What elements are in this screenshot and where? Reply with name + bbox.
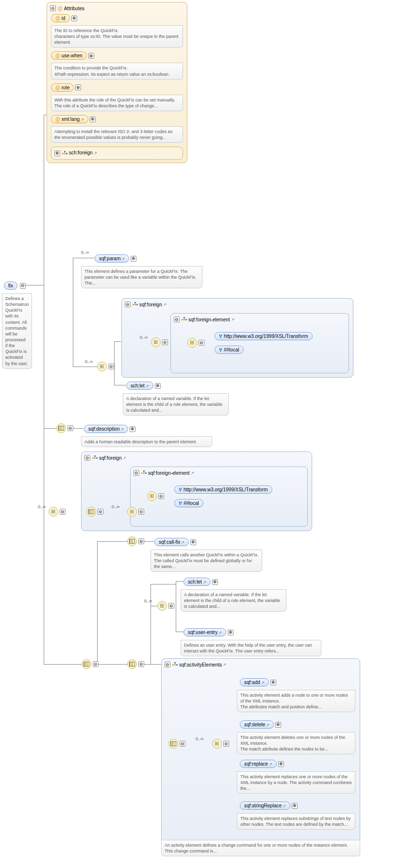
sqf-string-replace[interactable]: sqf:stringReplace↗: [240, 801, 290, 810]
choice-icon[interactable]: [127, 507, 137, 517]
stringreplace-desc: This activity element replaces substring…: [237, 813, 355, 830]
callfix-desc: This element calls another QuickFix with…: [150, 550, 262, 572]
usewhen-desc: The condition to provide the QuickFix. X…: [51, 63, 183, 79]
sqf-param[interactable]: sqf:param↗: [95, 254, 129, 263]
expand-icon[interactable]: ⊕: [130, 426, 135, 432]
choice-icon[interactable]: [157, 601, 167, 611]
xsl-transform[interactable]: ∀http://www.w3.org/1999/XSL/Transform: [215, 332, 313, 340]
role-desc: With this attribute the role of the Quic…: [51, 95, 183, 111]
userentry-desc: Defines an user entry. With the help of …: [181, 640, 321, 656]
choice-icon[interactable]: [151, 337, 161, 347]
replace-desc: This activity element replaces one or mo…: [237, 771, 355, 794]
expand-icon[interactable]: ⊕: [71, 16, 77, 21]
collapse-icon[interactable]: ⊖: [138, 661, 144, 667]
collapse-icon[interactable]: ⊖: [20, 283, 26, 289]
xsl-transform[interactable]: ∀http://www.w3.org/1999/XSL/Transform: [174, 485, 272, 494]
sqf-foreign-label: sqf:foreign: [99, 455, 122, 461]
group-icon: [141, 470, 146, 475]
sequence-icon[interactable]: [168, 739, 178, 749]
group-icon: [172, 662, 177, 667]
expand-icon[interactable]: ⊕: [75, 84, 81, 90]
sqf-foreign-label: sqf:foreign: [139, 302, 162, 307]
expand-icon[interactable]: ⊕: [275, 722, 281, 728]
collapse-icon[interactable]: ⊖: [165, 662, 170, 668]
choice-icon[interactable]: [212, 739, 222, 749]
expand-icon[interactable]: ⊕: [190, 539, 196, 545]
sqf-user-entry[interactable]: sqf:user-entry↗: [183, 628, 226, 636]
occurrence: 0..∞: [144, 599, 152, 603]
param-desc: This element defines a parameter for a Q…: [81, 266, 202, 288]
collapse-icon[interactable]: ⊖: [138, 509, 144, 515]
delete-desc: This activity element deletes one or mor…: [237, 732, 355, 754]
collapse-icon[interactable]: ⊖: [223, 741, 229, 747]
attr-id[interactable]: @id: [51, 14, 70, 22]
collapse-icon[interactable]: ⊖: [60, 509, 66, 515]
expand-icon[interactable]: ⊕: [54, 150, 60, 156]
collapse-icon[interactable]: ⊖: [168, 603, 174, 609]
attrs-title: Attributes: [64, 6, 84, 11]
sqf-call-fix[interactable]: sqf:call-fix↗: [154, 538, 189, 546]
sch-foreign[interactable]: sch:foreign: [69, 150, 93, 155]
fix-node[interactable]: fix: [4, 282, 17, 290]
add-desc: This activity element adds a node to one…: [237, 690, 355, 712]
expand-icon[interactable]: ⊕: [155, 383, 161, 389]
expand-icon[interactable]: ⊕: [131, 256, 136, 262]
collapse-icon[interactable]: ⊖: [199, 340, 204, 346]
collapse-icon[interactable]: ⊖: [180, 741, 185, 747]
sequence-icon[interactable]: [86, 507, 96, 517]
local[interactable]: ∀##local: [174, 499, 203, 507]
at-icon: @: [58, 6, 63, 11]
expand-icon[interactable]: ⊕: [90, 117, 96, 122]
group-icon: [182, 317, 186, 322]
attr-use-when[interactable]: @use-when: [51, 51, 87, 60]
expand-icon[interactable]: ⊕: [278, 761, 284, 767]
collapse-icon[interactable]: ⊖: [50, 5, 56, 11]
collapse-icon[interactable]: ⊖: [158, 493, 164, 499]
collapse-icon[interactable]: ⊖: [93, 661, 99, 667]
local[interactable]: ∀##local: [215, 346, 244, 354]
attr-xml-lang[interactable]: @xml:lang↗: [51, 115, 88, 123]
collapse-icon[interactable]: ⊖: [108, 364, 114, 369]
fix-desc: Defines a Schematron QuickFix with its c…: [2, 293, 32, 369]
occurrence: 0..∞: [196, 736, 203, 741]
expand-icon[interactable]: ⊕: [270, 680, 276, 685]
sequence-icon[interactable]: [127, 659, 137, 669]
expand-icon[interactable]: ⊕: [292, 803, 298, 809]
sqf-description[interactable]: sqf:description↗: [84, 425, 128, 433]
sequence-icon[interactable]: [56, 423, 66, 433]
occurrence: 0..∞: [38, 504, 46, 509]
group-icon: [62, 151, 67, 156]
collapse-icon[interactable]: ⊖: [67, 425, 73, 431]
sqf-delete[interactable]: sqf:delete↗: [240, 720, 274, 729]
sch-let-2[interactable]: sch:let↗: [183, 578, 211, 586]
choice-icon[interactable]: [97, 362, 107, 371]
sqf-foreign-element-label: sqf:foreign-element: [148, 470, 190, 476]
occurrence: 0..∞: [85, 359, 93, 364]
group-icon: [133, 302, 137, 307]
collapse-icon[interactable]: ⊖: [138, 538, 144, 544]
choice-icon[interactable]: [49, 507, 58, 517]
xmllang-desc: Attempting to install the relevant ISO 2…: [51, 126, 183, 143]
sequence-icon[interactable]: [127, 536, 137, 546]
attributes-panel: ⊖@Attributes @id⊕ The ID to reference th…: [47, 2, 187, 163]
expand-icon[interactable]: ⊕: [228, 630, 234, 635]
sch-let[interactable]: sch:let↗: [126, 382, 153, 390]
collapse-icon[interactable]: ⊖: [174, 317, 180, 322]
expand-icon[interactable]: ⊕: [212, 579, 218, 585]
group-icon: [92, 455, 97, 460]
description-desc: Adds a human readable description to the…: [81, 436, 212, 447]
sqf-replace[interactable]: sqf:replace↗: [240, 760, 277, 768]
choice-icon[interactable]: [187, 338, 197, 348]
choice-icon[interactable]: [147, 491, 157, 501]
sqf-add[interactable]: sqf:add↗: [240, 678, 269, 686]
sqf-foreign-panel: ⊖sqf:foreign↗ ⊖sqf:foreign-element↗ ∀htt…: [121, 298, 353, 378]
collapse-icon[interactable]: ⊖: [125, 301, 131, 307]
collapse-icon[interactable]: ⊖: [162, 339, 168, 345]
expand-icon[interactable]: ⊕: [88, 53, 94, 59]
collapse-icon[interactable]: ⊖: [133, 470, 139, 476]
id-desc: The ID to reference the QuickFix. charac…: [51, 25, 183, 48]
collapse-icon[interactable]: ⊖: [84, 455, 90, 461]
attr-role[interactable]: @role: [51, 83, 74, 92]
sequence-icon[interactable]: [82, 659, 91, 669]
collapse-icon[interactable]: ⊖: [98, 509, 103, 515]
